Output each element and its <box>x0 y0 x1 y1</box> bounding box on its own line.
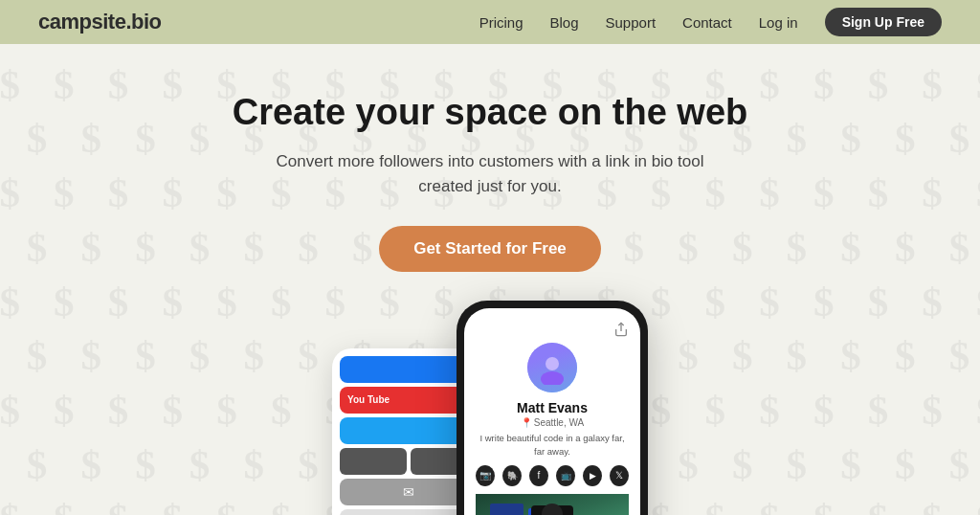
nav-links: Pricing Blog Support Contact Log in Sign… <box>479 8 942 36</box>
phone-right-frame: Matt Evans 📍 Seattle, WA I write beautif… <box>457 301 648 515</box>
profile-photo <box>476 494 629 515</box>
share-icon <box>613 322 629 337</box>
avatar-person-icon <box>535 350 569 385</box>
phone-top-bar <box>476 322 629 337</box>
social-mastodon: 🐘 <box>502 465 522 486</box>
hero-subtitle: Convert more followers into customers wi… <box>260 149 720 200</box>
location-pin-icon: 📍 <box>521 417 532 428</box>
social-instagram: 📷 <box>476 465 495 486</box>
get-started-button[interactable]: Get Started for Free <box>379 226 601 272</box>
contact-link[interactable]: Contact <box>682 14 732 31</box>
pricing-link[interactable]: Pricing <box>479 14 523 31</box>
hero-text-block: Create your space on the web Convert mor… <box>233 92 748 272</box>
profile-location: 📍 Seattle, WA <box>476 417 629 428</box>
avatar-inner <box>527 343 577 392</box>
phone-right: Matt Evans 📍 Seattle, WA I write beautif… <box>457 301 648 515</box>
signup-button[interactable]: Sign Up Free <box>825 8 942 36</box>
blog-link[interactable]: Blog <box>549 14 578 31</box>
hero-title: Create your space on the web <box>233 92 748 134</box>
svg-point-3 <box>541 371 564 385</box>
hero-section: $$$$$$$$$$$$$$$$$$$$ $$$$$$$$$$$$$$$$$$$… <box>0 44 980 515</box>
social-icons-row: 📷 🐘 f 📺 ▶ <box>476 465 629 486</box>
profile-name: Matt Evans <box>476 400 629 415</box>
social-youtube: ▶ <box>583 465 602 486</box>
logo: campsite.bio <box>38 10 161 34</box>
profile-avatar <box>527 343 577 392</box>
navbar: campsite.bio Pricing Blog Support Contac… <box>0 0 980 44</box>
support-link[interactable]: Support <box>606 14 657 31</box>
profile-bio: I write beautiful code in a galaxy far, … <box>476 432 629 458</box>
phone-right-screen: Matt Evans 📍 Seattle, WA I write beautif… <box>464 308 640 515</box>
social-twitter: 𝕏 <box>610 465 629 486</box>
login-link[interactable]: Log in <box>759 14 798 31</box>
social-facebook: f <box>529 465 548 486</box>
phones-area: You Tube ✉ <box>0 301 980 515</box>
svg-point-2 <box>546 357 559 370</box>
social-twitch: 📺 <box>556 465 575 486</box>
